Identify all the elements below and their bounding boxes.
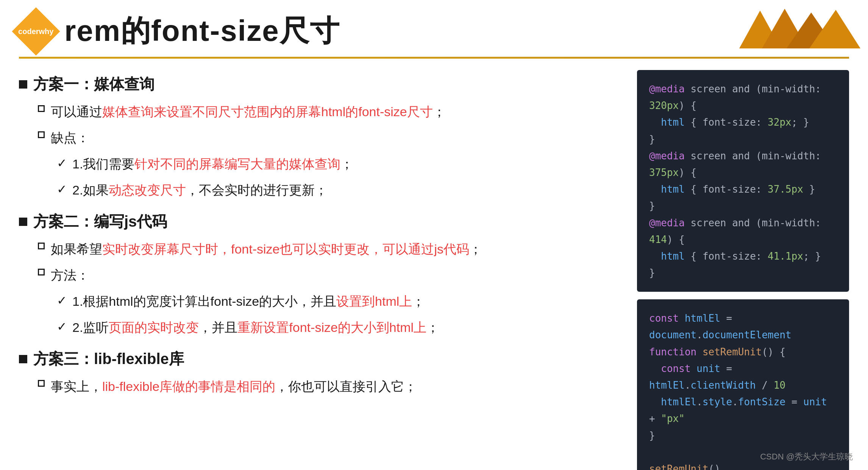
code-block-2: const htmlEl = document.documentElement … bbox=[637, 299, 849, 470]
code2-line-5: } bbox=[649, 427, 837, 444]
sub-bullet-1-1 bbox=[38, 105, 45, 112]
code-line-8: html { font-size: 41.1px; } bbox=[649, 248, 837, 265]
code-line-3: } bbox=[649, 131, 837, 148]
sub-text-1-1: 可以通过媒体查询来设置不同尺寸范围内的屏幕html的font-size尺寸； bbox=[51, 102, 446, 121]
bullet-square-2 bbox=[19, 218, 27, 226]
check-mark-1-1: ✓ bbox=[57, 156, 67, 170]
mountain-decoration bbox=[739, 7, 860, 50]
sub-bullet-2-1 bbox=[38, 243, 45, 249]
logo: coderwhy bbox=[12, 7, 60, 55]
bullet-square-1 bbox=[19, 80, 27, 89]
code-line-7: @media screen and (min-width: 414) { bbox=[649, 215, 837, 248]
page-title: rem的font-size尺寸 bbox=[64, 11, 340, 51]
check-item-2-2: ✓ 2.监听页面的实时改变，并且重新设置font-size的大小到html上； bbox=[57, 318, 622, 337]
code-line-6: } bbox=[649, 198, 837, 214]
header: coderwhy rem的font-size尺寸 bbox=[0, 0, 868, 51]
sub-text-3-1: 事实上，lib-flexible库做的事情是相同的，你也可以直接引入它； bbox=[51, 377, 417, 396]
sub-item-1-1: 可以通过媒体查询来设置不同尺寸范围内的屏幕html的font-size尺寸； bbox=[38, 102, 622, 121]
code2-line-3: const unit = htmlEl.clientWidth / 10 bbox=[649, 360, 837, 394]
section-1-title: 方案一：媒体查询 bbox=[33, 74, 155, 95]
check-item-1-2: ✓ 2.如果动态改变尺寸，不会实时的进行更新； bbox=[57, 181, 622, 200]
section-2-title: 方案二：编写js代码 bbox=[33, 211, 167, 232]
check-mark-2-2: ✓ bbox=[57, 319, 67, 334]
section-3-heading: 方案三：lib-flexible库 bbox=[19, 349, 622, 369]
sub-bullet-1-2 bbox=[38, 131, 45, 138]
sub-bullet-3-1 bbox=[38, 380, 45, 387]
sub-bullet-2-2 bbox=[38, 269, 45, 275]
code-line-5: html { font-size: 37.5px } bbox=[649, 181, 837, 198]
check-text-1-2: 2.如果动态改变尺寸，不会实时的进行更新； bbox=[72, 181, 328, 200]
right-panel: @media screen and (min-width: 320px) { h… bbox=[637, 70, 849, 470]
code-line-1: @media screen and (min-width: 320px) { bbox=[649, 81, 837, 114]
logo-text: coderwhy bbox=[18, 27, 53, 36]
watermark: CSDN @秃头大学生琼晓 bbox=[760, 451, 853, 462]
sub-item-1-2: 缺点： bbox=[38, 128, 622, 148]
code-line-9: } bbox=[649, 265, 837, 281]
sub-text-2-1: 如果希望实时改变屏幕尺寸时，font-size也可以实时更改，可以通过js代码； bbox=[51, 240, 482, 259]
sub-text-1-2: 缺点： bbox=[51, 128, 89, 148]
check-item-1-1: ✓ 1.我们需要针对不同的屏幕编写大量的媒体查询； bbox=[57, 154, 622, 174]
bullet-square-3 bbox=[19, 355, 27, 363]
sub-item-2-2: 方法： bbox=[38, 266, 622, 285]
section-2-heading: 方案二：编写js代码 bbox=[19, 211, 622, 232]
code2-line-2: function setRemUnit() { bbox=[649, 344, 837, 360]
check-text-2-2: 2.监听页面的实时改变，并且重新设置font-size的大小到html上； bbox=[72, 318, 439, 337]
left-panel: 方案一：媒体查询 可以通过媒体查询来设置不同尺寸范围内的屏幕html的font-… bbox=[19, 70, 622, 470]
code-line-2: html { font-size: 32px; } bbox=[649, 114, 837, 131]
code-line-4: @media screen and (min-width: 375px) { bbox=[649, 148, 837, 181]
code-block-1: @media screen and (min-width: 320px) { h… bbox=[637, 70, 849, 292]
check-mark-1-2: ✓ bbox=[57, 182, 67, 196]
check-mark-2-1: ✓ bbox=[57, 293, 67, 308]
section-1-heading: 方案一：媒体查询 bbox=[19, 74, 622, 95]
code2-line-4: htmlEl.style.fontSize = unit + "px" bbox=[649, 394, 837, 427]
main-content: 方案一：媒体查询 可以通过媒体查询来设置不同尺寸范围内的屏幕html的font-… bbox=[0, 59, 868, 470]
sub-text-2-2: 方法： bbox=[51, 266, 89, 285]
check-item-2-1: ✓ 1.根据html的宽度计算出font-size的大小，并且设置到html上； bbox=[57, 292, 622, 311]
check-text-2-1: 1.根据html的宽度计算出font-size的大小，并且设置到html上； bbox=[72, 292, 425, 311]
sub-item-2-1: 如果希望实时改变屏幕尺寸时，font-size也可以实时更改，可以通过js代码； bbox=[38, 240, 622, 259]
check-text-1-1: 1.我们需要针对不同的屏幕编写大量的媒体查询； bbox=[72, 154, 353, 174]
section-3-title: 方案三：lib-flexible库 bbox=[33, 349, 184, 369]
code2-line-1: const htmlEl = document.documentElement bbox=[649, 310, 837, 343]
sub-item-3-1: 事实上，lib-flexible库做的事情是相同的，你也可以直接引入它； bbox=[38, 377, 622, 396]
